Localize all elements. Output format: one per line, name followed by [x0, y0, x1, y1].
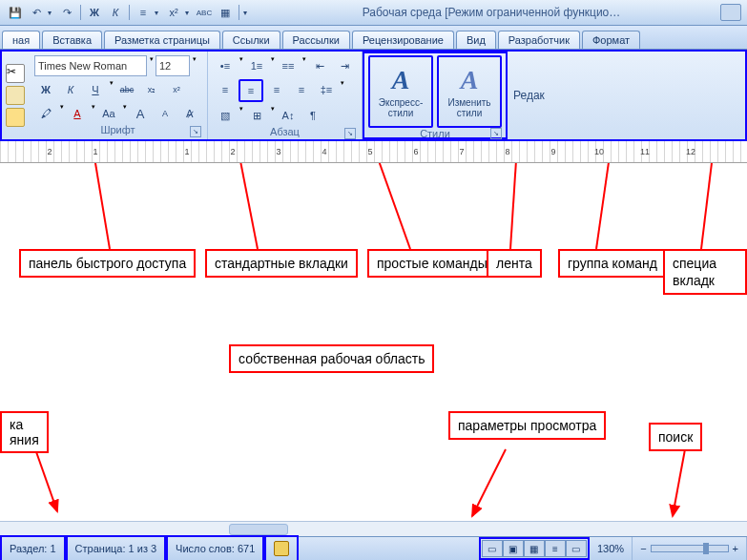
superscript-button[interactable]: x² [165, 79, 188, 100]
tab-mailings[interactable]: Рассылки [282, 31, 350, 49]
callout-view-params: параметры просмотра [448, 411, 606, 440]
change-styles-button[interactable]: A Изменить стили [437, 55, 502, 128]
align-right-icon[interactable]: ≡ [265, 79, 288, 100]
save-icon[interactable]: 💾 [6, 3, 25, 22]
subscript-button[interactable]: x₂ [140, 79, 163, 100]
chevron-down-icon[interactable]: ▾ [271, 55, 275, 76]
italic-button[interactable]: К [59, 79, 82, 100]
line-spacing-icon[interactable]: ‡≡ [315, 79, 338, 100]
chevron-down-icon[interactable]: ▾ [302, 55, 306, 76]
superscript-icon[interactable]: x² [164, 3, 183, 22]
minimize-button[interactable] [720, 4, 741, 21]
ruler-tick: 1 [73, 147, 118, 156]
copy-icon[interactable] [6, 86, 25, 105]
chevron-down-icon[interactable]: ▾ [239, 55, 243, 76]
chevron-down-icon[interactable]: ▾ [92, 103, 95, 124]
font-name-combo[interactable]: Times New Roman [34, 55, 147, 76]
chevron-down-icon[interactable]: ▾ [341, 79, 344, 102]
highlight-icon[interactable]: 🖍 [34, 103, 57, 124]
change-case-button[interactable]: Aa [97, 103, 120, 124]
print-layout-view-icon[interactable]: ▭ [482, 540, 503, 557]
increase-indent-icon[interactable]: ⇥ [333, 55, 356, 76]
chevron-down-icon[interactable]: ▾ [239, 105, 243, 126]
strikethrough-button[interactable]: abc [115, 79, 138, 100]
chevron-down-icon[interactable]: ▾ [150, 55, 154, 76]
numbering-icon[interactable]: 1≡ [245, 55, 268, 76]
tab-review[interactable]: Рецензирование [352, 31, 454, 49]
borders-icon[interactable]: ⊞ [245, 105, 268, 126]
tab-format[interactable]: Формат [582, 31, 640, 49]
chevron-down-icon[interactable]: ▾ [193, 55, 197, 76]
font-group-label: Шрифт [100, 124, 135, 137]
grow-font-button[interactable]: A [129, 103, 152, 124]
callout-standard-tabs: стандартные вкладки [205, 249, 358, 278]
spelling-icon[interactable]: ABC [195, 3, 214, 22]
font-size-combo[interactable]: 12 [156, 55, 190, 76]
chevron-down-icon[interactable]: ▾ [60, 103, 64, 124]
underline-button[interactable]: Ч [84, 79, 107, 100]
list-icon[interactable]: ≡ [134, 3, 153, 22]
zoom-slider[interactable] [651, 545, 729, 552]
sort-icon[interactable]: A↕ [277, 105, 300, 126]
shading-icon[interactable]: ▧ [214, 105, 237, 126]
redo-icon[interactable]: ↷ [57, 3, 76, 22]
draft-view-icon[interactable]: ▭ [566, 540, 587, 557]
justify-icon[interactable]: ≡ [290, 79, 313, 100]
scroll-thumb[interactable] [229, 524, 288, 535]
align-left-icon[interactable]: ≡ [214, 79, 237, 100]
svg-line-5 [701, 163, 725, 249]
zoom-percent[interactable]: 130% [590, 537, 633, 560]
dropdown-icon[interactable]: ▾ [185, 9, 193, 17]
italic-icon[interactable]: К [106, 3, 125, 22]
zoom-out-button[interactable]: − [640, 543, 646, 554]
window-title: Рабочая среда [Режим ограниченной функци… [262, 6, 720, 19]
tab-developer[interactable]: Разработчик [498, 31, 580, 49]
callout-search: поиск [649, 423, 702, 451]
web-layout-view-icon[interactable]: ▦ [524, 540, 545, 557]
tab-page-layout[interactable]: Разметка страницы [104, 31, 220, 49]
multilevel-icon[interactable]: ≡≡ [277, 55, 300, 76]
list-dropdown-icon[interactable]: ▾ [155, 9, 162, 17]
tab-view[interactable]: Вид [456, 31, 496, 49]
chevron-down-icon[interactable]: ▾ [271, 105, 275, 126]
show-marks-icon[interactable]: ¶ [301, 105, 324, 126]
undo-dropdown-icon[interactable]: ▾ [48, 9, 55, 17]
callout-ribbon: лента [487, 249, 542, 278]
format-painter-icon[interactable] [6, 108, 25, 127]
bold-button[interactable]: Ж [34, 79, 57, 100]
cut-icon[interactable]: ✂ [6, 64, 25, 83]
decrease-indent-icon[interactable]: ⇤ [308, 55, 331, 76]
zoom-slider-thumb[interactable] [703, 543, 709, 554]
dialog-launcher-icon[interactable]: ↘ [344, 128, 356, 139]
document-area[interactable]: панель быстрого доступа стандартные вкла… [0, 163, 747, 497]
dialog-launcher-icon[interactable]: ↘ [490, 128, 502, 139]
tab-references[interactable]: Ссылки [222, 31, 280, 49]
status-page[interactable]: Страница: 1 из 3 [66, 535, 167, 560]
qat-customize-icon[interactable]: ▾ [243, 9, 251, 17]
undo-icon[interactable]: ↶ [27, 3, 46, 22]
bullets-icon[interactable]: •≡ [214, 55, 237, 76]
font-color-button[interactable]: A [66, 103, 89, 124]
table-icon[interactable]: ▦ [216, 3, 235, 22]
quick-styles-button[interactable]: A Экспресс-стили [368, 55, 433, 128]
status-section[interactable]: Раздел: 1 [0, 535, 66, 560]
chevron-down-icon[interactable]: ▾ [123, 103, 127, 124]
outline-view-icon[interactable]: ≡ [545, 540, 566, 557]
status-word-count[interactable]: Число слов: 671 [166, 535, 264, 560]
fullscreen-view-icon[interactable]: ▣ [503, 540, 524, 557]
callout-state: ка яния [0, 411, 49, 453]
title-bar: 💾 ↶ ▾ ↷ Ж К ≡ ▾ x² ▾ ABC ▦ ▾ Рабочая сре… [0, 0, 747, 26]
ruler-tick: 1 [164, 147, 210, 156]
clear-formatting-button[interactable]: A̷ [178, 103, 201, 124]
zoom-in-button[interactable]: + [733, 543, 738, 554]
tab-insert[interactable]: Вставка [42, 31, 102, 49]
align-center-icon[interactable]: ≡ [239, 79, 263, 102]
callout-text: ка [10, 417, 23, 432]
bold-icon[interactable]: Ж [85, 3, 104, 22]
dialog-launcher-icon[interactable]: ↘ [190, 126, 201, 137]
tab-home[interactable]: ная [2, 31, 40, 49]
ruler[interactable]: 2 1 1 2 3 4 5 6 7 8 9 10 11 12 [0, 141, 747, 163]
chevron-down-icon[interactable]: ▾ [110, 79, 114, 100]
status-proofing[interactable] [264, 535, 299, 560]
shrink-font-button[interactable]: A [154, 103, 176, 124]
